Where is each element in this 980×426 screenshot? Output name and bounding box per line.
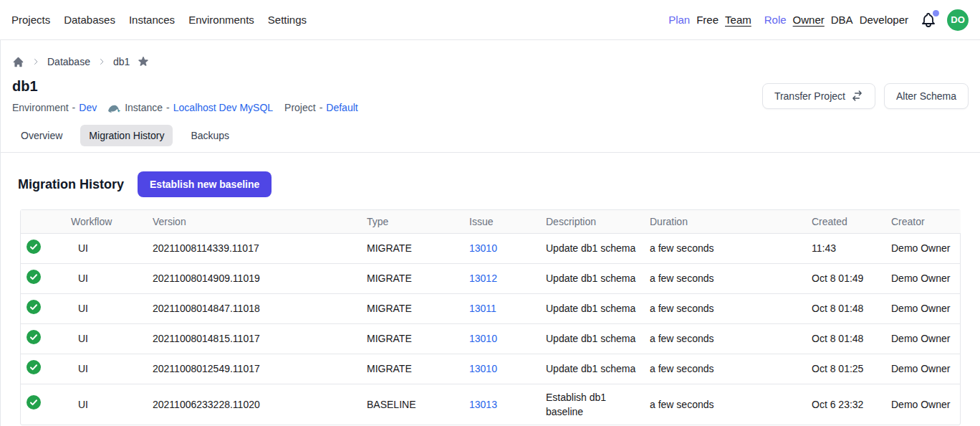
database-header: db1 Environment - Dev Instance - Localho <box>1 68 980 113</box>
status-column-header <box>21 210 71 233</box>
version-cell: 20211008014815.11017 <box>153 323 367 354</box>
issue-link[interactable]: 13012 <box>469 273 497 284</box>
creator-cell: Demo Owner <box>891 293 961 323</box>
alter-schema-button[interactable]: Alter Schema <box>884 83 969 109</box>
issue-link[interactable]: 13013 <box>469 399 497 410</box>
chevron-right-icon <box>32 57 40 66</box>
plan-label: Plan <box>668 14 690 26</box>
issue-column-header: Issue <box>469 210 546 233</box>
type-column-header: Type <box>367 210 469 233</box>
instance-label: Instance <box>125 102 163 113</box>
avatar[interactable]: DO <box>947 9 969 31</box>
role-option-developer[interactable]: Developer <box>860 14 908 26</box>
issue-link[interactable]: 13011 <box>469 303 496 314</box>
description-cell: Update db1 schema <box>546 323 650 354</box>
database-meta: Environment - Dev Instance - Localhost D… <box>12 102 358 113</box>
table-row[interactable]: UI 20211008012549.11017 MIGRATE 13010 Up… <box>21 354 961 384</box>
description-cell: Update db1 schema <box>546 354 650 384</box>
nav-item-databases[interactable]: Databases <box>64 14 115 26</box>
role-option-owner[interactable]: Owner <box>793 14 825 26</box>
plan-option-team[interactable]: Team <box>725 14 751 26</box>
type-cell: BASELINE <box>367 384 469 425</box>
favorite-star-icon[interactable] <box>137 55 150 68</box>
nav-item-instances[interactable]: Instances <box>129 14 175 26</box>
creator-column-header: Creator <box>891 210 961 233</box>
workflow-cell: UI <box>71 384 153 425</box>
creator-cell: Demo Owner <box>891 384 961 425</box>
workflow-column-header: Workflow <box>71 210 153 233</box>
table-header-row: Workflow Version Type Issue Description … <box>21 210 961 233</box>
project-link[interactable]: Default <box>326 102 357 113</box>
nav-item-projects[interactable]: Projects <box>11 14 50 26</box>
success-check-icon <box>27 395 41 410</box>
home-icon[interactable] <box>12 56 24 68</box>
breadcrumb-db1[interactable]: db1 <box>113 56 130 67</box>
description-cell: Update db1 schema <box>546 233 650 263</box>
workflow-cell: UI <box>71 233 153 263</box>
environment-group: Environment - Dev <box>12 102 97 113</box>
breadcrumb-database[interactable]: Database <box>47 56 90 67</box>
description-cell: Establish db1 baseline <box>546 384 650 425</box>
creator-cell: Demo Owner <box>891 263 961 293</box>
table-row[interactable]: UI 20211008114339.11017 MIGRATE 13010 Up… <box>21 233 961 263</box>
role-label: Role <box>764 14 787 26</box>
type-cell: MIGRATE <box>367 233 469 263</box>
alter-schema-label: Alter Schema <box>896 90 956 102</box>
created-cell: Oct 8 01:48 <box>812 323 891 354</box>
creator-cell: Demo Owner <box>891 233 961 263</box>
instance-group: Instance - Localhost Dev MySQL <box>125 102 273 113</box>
nav-links: Projects Databases Instances Environment… <box>11 14 307 26</box>
version-cell: 20211008114339.11017 <box>153 233 367 263</box>
database-tabs: Overview Migration History Backups <box>1 125 980 153</box>
table-row[interactable]: UI 20211006233228.11020 BASELINE 13013 E… <box>21 384 961 425</box>
environment-link[interactable]: Dev <box>79 102 97 113</box>
type-cell: MIGRATE <box>367 263 469 293</box>
tab-overview[interactable]: Overview <box>12 125 71 146</box>
duration-cell: a few seconds <box>650 293 812 323</box>
creator-cell: Demo Owner <box>891 323 961 354</box>
version-cell: 20211006233228.11020 <box>153 384 367 425</box>
version-column-header: Version <box>153 210 367 233</box>
created-cell: Oct 6 23:32 <box>812 384 891 425</box>
success-check-icon <box>27 300 41 314</box>
issue-link[interactable]: 13010 <box>469 363 497 374</box>
project-label: Project <box>284 102 316 113</box>
table-row[interactable]: UI 20211008014847.11018 MIGRATE 13011 Up… <box>21 293 961 323</box>
nav-item-settings[interactable]: Settings <box>268 14 307 26</box>
separator-dash: - <box>166 102 170 113</box>
table-row[interactable]: UI 20211008014909.11019 MIGRATE 13012 Up… <box>21 263 961 293</box>
type-cell: MIGRATE <box>367 323 469 354</box>
chevron-right-icon <box>97 57 106 66</box>
migration-history-header: Migration History Establish new baseline <box>1 153 980 197</box>
nav-item-environments[interactable]: Environments <box>188 14 254 26</box>
type-cell: MIGRATE <box>367 354 469 384</box>
establish-baseline-button[interactable]: Establish new baseline <box>138 171 272 197</box>
duration-column-header: Duration <box>650 210 812 233</box>
success-check-icon <box>27 360 41 374</box>
description-cell: Update db1 schema <box>546 293 650 323</box>
section-title: Migration History <box>18 177 124 192</box>
table-row[interactable]: UI 20211008014815.11017 MIGRATE 13010 Up… <box>21 323 961 354</box>
instance-link[interactable]: Localhost Dev MySQL <box>173 102 273 113</box>
issue-link[interactable]: 13010 <box>469 333 497 344</box>
version-cell: 20211008012549.11017 <box>153 354 367 384</box>
page-title: db1 <box>12 78 358 95</box>
created-cell: Oct 8 01:49 <box>812 263 891 293</box>
main-content: Database db1 db1 Environment - Dev <box>0 40 980 426</box>
success-check-icon <box>27 240 41 254</box>
tab-migration-history[interactable]: Migration History <box>80 125 173 146</box>
creator-cell: Demo Owner <box>891 354 961 384</box>
notifications-button[interactable] <box>920 11 937 29</box>
tab-backups[interactable]: Backups <box>182 125 238 146</box>
plan-option-free[interactable]: Free <box>696 14 719 26</box>
role-option-dba[interactable]: DBA <box>831 14 853 26</box>
project-group: Project - Default <box>284 102 358 113</box>
transfer-project-button[interactable]: Transfer Project <box>762 83 875 109</box>
issue-link[interactable]: 13010 <box>469 242 497 254</box>
version-cell: 20211008014909.11019 <box>153 263 367 293</box>
created-cell: Oct 8 01:25 <box>812 354 891 384</box>
header-actions: Transfer Project Alter Schema <box>762 83 969 109</box>
duration-cell: a few seconds <box>650 354 812 384</box>
success-check-icon <box>27 270 41 284</box>
workflow-cell: UI <box>71 293 153 323</box>
